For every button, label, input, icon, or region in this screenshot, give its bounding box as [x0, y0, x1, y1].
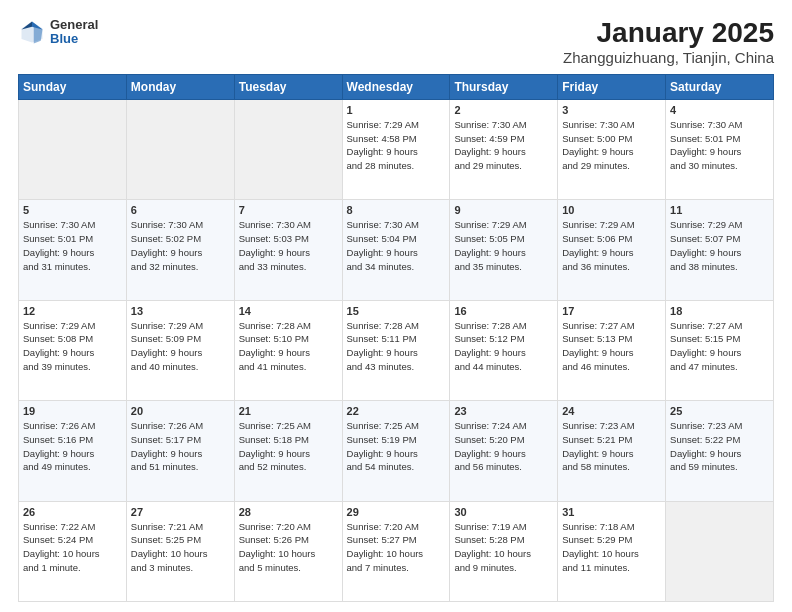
calendar-week-4: 19Sunrise: 7:26 AMSunset: 5:16 PMDayligh… — [19, 401, 774, 501]
calendar-cell: 2Sunrise: 7:30 AMSunset: 4:59 PMDaylight… — [450, 99, 558, 199]
day-number: 11 — [670, 204, 769, 216]
calendar-header-row: SundayMondayTuesdayWednesdayThursdayFrid… — [19, 74, 774, 99]
day-number: 13 — [131, 305, 230, 317]
day-header-tuesday: Tuesday — [234, 74, 342, 99]
day-number: 1 — [347, 104, 446, 116]
day-header-wednesday: Wednesday — [342, 74, 450, 99]
calendar-cell: 30Sunrise: 7:19 AMSunset: 5:28 PMDayligh… — [450, 501, 558, 601]
calendar-cell: 13Sunrise: 7:29 AMSunset: 5:09 PMDayligh… — [126, 300, 234, 400]
calendar-cell: 4Sunrise: 7:30 AMSunset: 5:01 PMDaylight… — [666, 99, 774, 199]
day-info: Sunrise: 7:23 AMSunset: 5:22 PMDaylight:… — [670, 419, 769, 474]
day-info: Sunrise: 7:29 AMSunset: 5:08 PMDaylight:… — [23, 319, 122, 374]
day-number: 2 — [454, 104, 553, 116]
logo: General Blue — [18, 18, 98, 47]
day-info: Sunrise: 7:18 AMSunset: 5:29 PMDaylight:… — [562, 520, 661, 575]
calendar-cell: 31Sunrise: 7:18 AMSunset: 5:29 PMDayligh… — [558, 501, 666, 601]
calendar-cell: 22Sunrise: 7:25 AMSunset: 5:19 PMDayligh… — [342, 401, 450, 501]
day-info: Sunrise: 7:29 AMSunset: 5:06 PMDaylight:… — [562, 218, 661, 273]
day-number: 26 — [23, 506, 122, 518]
day-info: Sunrise: 7:30 AMSunset: 4:59 PMDaylight:… — [454, 118, 553, 173]
day-info: Sunrise: 7:29 AMSunset: 5:05 PMDaylight:… — [454, 218, 553, 273]
calendar-cell: 19Sunrise: 7:26 AMSunset: 5:16 PMDayligh… — [19, 401, 127, 501]
calendar-title: January 2025 — [563, 18, 774, 49]
day-number: 8 — [347, 204, 446, 216]
day-info: Sunrise: 7:26 AMSunset: 5:17 PMDaylight:… — [131, 419, 230, 474]
day-info: Sunrise: 7:30 AMSunset: 5:03 PMDaylight:… — [239, 218, 338, 273]
logo-blue: Blue — [50, 32, 98, 46]
calendar-cell: 8Sunrise: 7:30 AMSunset: 5:04 PMDaylight… — [342, 200, 450, 300]
day-number: 18 — [670, 305, 769, 317]
page: General Blue January 2025 Zhangguizhuang… — [0, 0, 792, 612]
calendar-cell: 18Sunrise: 7:27 AMSunset: 5:15 PMDayligh… — [666, 300, 774, 400]
calendar-cell: 24Sunrise: 7:23 AMSunset: 5:21 PMDayligh… — [558, 401, 666, 501]
day-header-sunday: Sunday — [19, 74, 127, 99]
calendar-cell: 5Sunrise: 7:30 AMSunset: 5:01 PMDaylight… — [19, 200, 127, 300]
day-info: Sunrise: 7:30 AMSunset: 5:01 PMDaylight:… — [670, 118, 769, 173]
day-number: 31 — [562, 506, 661, 518]
day-info: Sunrise: 7:25 AMSunset: 5:18 PMDaylight:… — [239, 419, 338, 474]
title-block: January 2025 Zhangguizhuang, Tianjin, Ch… — [563, 18, 774, 66]
calendar-cell: 9Sunrise: 7:29 AMSunset: 5:05 PMDaylight… — [450, 200, 558, 300]
day-number: 14 — [239, 305, 338, 317]
day-number: 10 — [562, 204, 661, 216]
calendar-cell: 26Sunrise: 7:22 AMSunset: 5:24 PMDayligh… — [19, 501, 127, 601]
calendar-cell — [19, 99, 127, 199]
calendar-cell: 17Sunrise: 7:27 AMSunset: 5:13 PMDayligh… — [558, 300, 666, 400]
day-info: Sunrise: 7:29 AMSunset: 4:58 PMDaylight:… — [347, 118, 446, 173]
calendar-subtitle: Zhangguizhuang, Tianjin, China — [563, 49, 774, 66]
logo-icon — [18, 18, 46, 46]
day-number: 19 — [23, 405, 122, 417]
day-number: 22 — [347, 405, 446, 417]
day-number: 24 — [562, 405, 661, 417]
day-info: Sunrise: 7:28 AMSunset: 5:12 PMDaylight:… — [454, 319, 553, 374]
calendar-cell: 16Sunrise: 7:28 AMSunset: 5:12 PMDayligh… — [450, 300, 558, 400]
calendar-cell — [126, 99, 234, 199]
calendar-cell — [666, 501, 774, 601]
day-number: 5 — [23, 204, 122, 216]
calendar-cell: 15Sunrise: 7:28 AMSunset: 5:11 PMDayligh… — [342, 300, 450, 400]
day-info: Sunrise: 7:20 AMSunset: 5:27 PMDaylight:… — [347, 520, 446, 575]
calendar-cell: 1Sunrise: 7:29 AMSunset: 4:58 PMDaylight… — [342, 99, 450, 199]
day-number: 27 — [131, 506, 230, 518]
calendar-cell: 6Sunrise: 7:30 AMSunset: 5:02 PMDaylight… — [126, 200, 234, 300]
calendar-week-3: 12Sunrise: 7:29 AMSunset: 5:08 PMDayligh… — [19, 300, 774, 400]
calendar-cell: 27Sunrise: 7:21 AMSunset: 5:25 PMDayligh… — [126, 501, 234, 601]
day-number: 28 — [239, 506, 338, 518]
calendar-table: SundayMondayTuesdayWednesdayThursdayFrid… — [18, 74, 774, 602]
day-info: Sunrise: 7:30 AMSunset: 5:00 PMDaylight:… — [562, 118, 661, 173]
day-info: Sunrise: 7:25 AMSunset: 5:19 PMDaylight:… — [347, 419, 446, 474]
day-info: Sunrise: 7:22 AMSunset: 5:24 PMDaylight:… — [23, 520, 122, 575]
calendar-cell: 14Sunrise: 7:28 AMSunset: 5:10 PMDayligh… — [234, 300, 342, 400]
day-number: 9 — [454, 204, 553, 216]
calendar-cell — [234, 99, 342, 199]
day-header-saturday: Saturday — [666, 74, 774, 99]
day-header-friday: Friday — [558, 74, 666, 99]
day-info: Sunrise: 7:29 AMSunset: 5:07 PMDaylight:… — [670, 218, 769, 273]
day-number: 25 — [670, 405, 769, 417]
header: General Blue January 2025 Zhangguizhuang… — [18, 18, 774, 66]
calendar-cell: 12Sunrise: 7:29 AMSunset: 5:08 PMDayligh… — [19, 300, 127, 400]
day-info: Sunrise: 7:30 AMSunset: 5:02 PMDaylight:… — [131, 218, 230, 273]
calendar-cell: 25Sunrise: 7:23 AMSunset: 5:22 PMDayligh… — [666, 401, 774, 501]
calendar-week-2: 5Sunrise: 7:30 AMSunset: 5:01 PMDaylight… — [19, 200, 774, 300]
calendar-cell: 11Sunrise: 7:29 AMSunset: 5:07 PMDayligh… — [666, 200, 774, 300]
calendar-cell: 3Sunrise: 7:30 AMSunset: 5:00 PMDaylight… — [558, 99, 666, 199]
calendar-week-1: 1Sunrise: 7:29 AMSunset: 4:58 PMDaylight… — [19, 99, 774, 199]
day-info: Sunrise: 7:28 AMSunset: 5:10 PMDaylight:… — [239, 319, 338, 374]
calendar-cell: 21Sunrise: 7:25 AMSunset: 5:18 PMDayligh… — [234, 401, 342, 501]
day-info: Sunrise: 7:23 AMSunset: 5:21 PMDaylight:… — [562, 419, 661, 474]
calendar-cell: 23Sunrise: 7:24 AMSunset: 5:20 PMDayligh… — [450, 401, 558, 501]
day-info: Sunrise: 7:30 AMSunset: 5:01 PMDaylight:… — [23, 218, 122, 273]
day-info: Sunrise: 7:26 AMSunset: 5:16 PMDaylight:… — [23, 419, 122, 474]
day-number: 29 — [347, 506, 446, 518]
day-number: 6 — [131, 204, 230, 216]
calendar-cell: 29Sunrise: 7:20 AMSunset: 5:27 PMDayligh… — [342, 501, 450, 601]
calendar-cell: 20Sunrise: 7:26 AMSunset: 5:17 PMDayligh… — [126, 401, 234, 501]
day-number: 4 — [670, 104, 769, 116]
day-number: 12 — [23, 305, 122, 317]
calendar-cell: 10Sunrise: 7:29 AMSunset: 5:06 PMDayligh… — [558, 200, 666, 300]
day-number: 7 — [239, 204, 338, 216]
day-header-thursday: Thursday — [450, 74, 558, 99]
day-info: Sunrise: 7:27 AMSunset: 5:13 PMDaylight:… — [562, 319, 661, 374]
day-number: 23 — [454, 405, 553, 417]
